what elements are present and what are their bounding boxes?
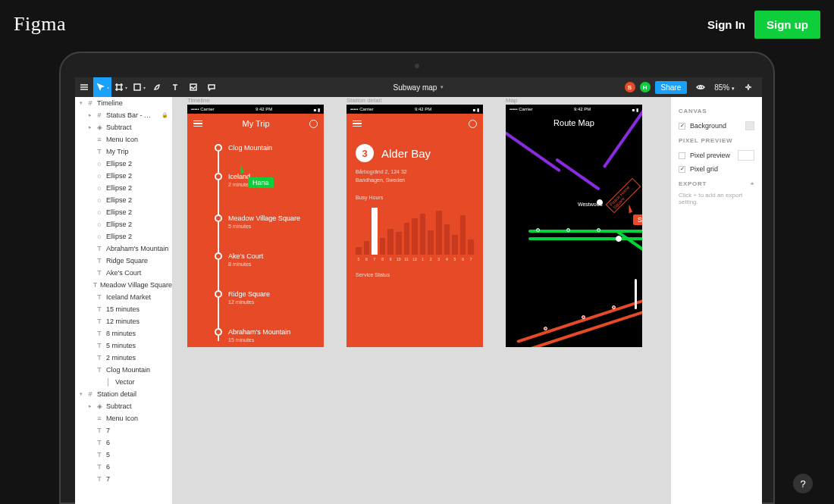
- layer-row[interactable]: ○Ellipse 2: [75, 230, 172, 243]
- layer-row[interactable]: T7: [75, 473, 172, 485]
- chart-bar: [460, 215, 466, 255]
- layer-row[interactable]: ○Ellipse 2: [75, 206, 172, 218]
- export-heading: EXPORT +: [679, 180, 754, 187]
- layer-row[interactable]: ≡Menu Icon: [75, 133, 172, 146]
- layer-row[interactable]: TAbraham's Mountain: [75, 243, 172, 255]
- station-address: Bårbogränd 2, 124 32 Bandhagen, Sweden: [356, 168, 474, 184]
- chart-x-labels: 567891011121234567: [356, 257, 474, 261]
- layer-row[interactable]: TRidge Square: [75, 255, 172, 267]
- map-line-purple: [555, 158, 600, 190]
- status-bar: ••••• Carrier 9:42 PM ■ ▮: [346, 105, 483, 114]
- checkbox-icon[interactable]: ✓: [679, 123, 685, 130]
- toolbar-right: S H Share 85% ▾: [625, 77, 762, 97]
- screen-header: [346, 114, 483, 133]
- map-node: [536, 228, 540, 232]
- layer-row[interactable]: TAke's Court: [75, 267, 172, 279]
- layer-row[interactable]: T7: [75, 424, 172, 437]
- frame-route-map[interactable]: ••••• Carrier 9:42 PM ■ ▮ Route Map: [506, 105, 642, 347]
- checkbox-icon[interactable]: ✓: [679, 166, 685, 173]
- station-title: 3 Alder Bay: [356, 144, 474, 162]
- route-stop: Iceland2 minutes: [215, 173, 251, 187]
- move-tool-icon[interactable]: ▾: [93, 77, 111, 97]
- comment-tool-icon[interactable]: [202, 77, 221, 97]
- pixel-grid-row[interactable]: ✓ Pixel grid: [679, 162, 754, 176]
- layer-row[interactable]: T5: [75, 449, 172, 461]
- shape-tool-icon[interactable]: ▾: [130, 77, 148, 97]
- layer-row[interactable]: ≡Menu Icon: [75, 412, 172, 424]
- layers-panel: ▾#Timeline▸#Status Bar - …🔒▸◈Subtract≡Me…: [75, 97, 172, 504]
- layer-row[interactable]: T5 minutes: [75, 340, 172, 352]
- screen-title: My Trip: [242, 119, 269, 128]
- site-header: Figma Sign In Sign up: [0, 0, 834, 49]
- frame-label-map: Map: [506, 97, 518, 104]
- pixel-preview-icon[interactable]: [739, 77, 757, 97]
- gear-icon: [469, 120, 477, 128]
- layer-row[interactable]: T8 minutes: [75, 327, 172, 340]
- help-button[interactable]: ?: [793, 474, 813, 493]
- sign-up-button[interactable]: Sign up: [754, 11, 820, 39]
- hamburger-menu-icon[interactable]: [75, 77, 93, 97]
- layer-row[interactable]: TMeadow Village Square: [75, 279, 172, 291]
- export-hint: Click + to add an export setting.: [679, 192, 754, 205]
- hamburger-icon: [193, 121, 202, 127]
- layer-row[interactable]: ○Ellipse 2: [75, 170, 172, 182]
- frame-label-detail: Station detail: [346, 97, 381, 104]
- gear-icon: [309, 120, 318, 128]
- layer-row[interactable]: TMy Trip: [75, 146, 172, 158]
- background-row[interactable]: ✓ Background: [679, 119, 754, 133]
- hamburger-icon: [353, 121, 362, 127]
- collaborator-avatar-h[interactable]: H: [640, 82, 651, 92]
- layer-row[interactable]: ▾#Station detail: [75, 388, 172, 400]
- image-tool-icon[interactable]: [184, 77, 202, 97]
- add-export-icon[interactable]: +: [751, 180, 754, 187]
- map-line-purple: [506, 131, 561, 173]
- layer-row[interactable]: TIceland Market: [75, 291, 172, 303]
- layer-row[interactable]: ▾#Timeline: [75, 97, 172, 109]
- frame-label-timeline: Timeline: [187, 97, 210, 104]
- pen-tool-icon[interactable]: [148, 77, 166, 97]
- layer-row[interactable]: ▸◈Subtract: [75, 400, 172, 412]
- chart-bar: [412, 218, 418, 255]
- layer-row[interactable]: T6: [75, 437, 172, 449]
- svg-point-2: [700, 86, 702, 89]
- view-settings-icon[interactable]: [691, 77, 710, 97]
- sign-in-link[interactable]: Sign In: [707, 18, 745, 31]
- chart-bar: [404, 223, 410, 255]
- layer-row[interactable]: ▸#Status Bar - …🔒: [75, 109, 172, 121]
- layer-row[interactable]: ○Ellipse 2: [75, 194, 172, 206]
- layer-row[interactable]: T15 minutes: [75, 303, 172, 315]
- layer-row[interactable]: T2 minutes: [75, 352, 172, 364]
- layer-row[interactable]: T12 minutes: [75, 315, 172, 327]
- text-tool-icon[interactable]: [166, 77, 184, 97]
- chart-bar: [356, 247, 362, 255]
- chart-bar: [372, 208, 378, 255]
- frame-tool-icon[interactable]: ▾: [111, 77, 130, 97]
- document-title[interactable]: Subway map ▾: [393, 83, 444, 92]
- map-marker: [635, 279, 637, 309]
- collaborator-avatar-s[interactable]: S: [625, 82, 635, 92]
- layer-row[interactable]: ▸◈Subtract: [75, 121, 172, 133]
- layer-row[interactable]: TClog Mountain: [75, 364, 172, 376]
- layer-row[interactable]: T6: [75, 461, 172, 473]
- status-bar: ••••• Carrier 9:42 PM ■ ▮: [506, 105, 642, 114]
- toolbar-left: ▾ ▾ ▾: [75, 77, 221, 97]
- chart-bar: [387, 229, 393, 255]
- pixel-preview-row[interactable]: Pixel preview: [679, 149, 754, 162]
- frame-station-detail[interactable]: ••••• Carrier 9:42 PM ■ ▮ 3 Alder Bay: [346, 105, 483, 347]
- share-button[interactable]: Share: [655, 81, 688, 94]
- color-swatch[interactable]: [745, 121, 754, 130]
- layer-row[interactable]: ○Ellipse 2: [75, 182, 172, 194]
- layer-row[interactable]: ○Ellipse 2: [75, 218, 172, 230]
- line-number-badge: 3: [356, 144, 374, 162]
- canvas[interactable]: Timeline ••••• Carrier 9:42 PM ■ ▮ My Tr…: [172, 97, 671, 504]
- figma-toolbar: ▾ ▾ ▾: [75, 77, 762, 97]
- layer-row[interactable]: ○Ellipse 2: [75, 158, 172, 170]
- status-bar: ••••• Carrier 9:42 PM ■ ▮: [187, 105, 324, 114]
- layer-row[interactable]: │Vector: [75, 376, 172, 388]
- chart-bar: [444, 224, 450, 255]
- pixel-preview-input[interactable]: [738, 150, 754, 161]
- map-node: [566, 228, 570, 232]
- frame-timeline[interactable]: ••••• Carrier 9:42 PM ■ ▮ My Trip Clog M…: [187, 105, 324, 347]
- zoom-level[interactable]: 85% ▾: [714, 83, 735, 92]
- checkbox-icon[interactable]: [679, 152, 685, 159]
